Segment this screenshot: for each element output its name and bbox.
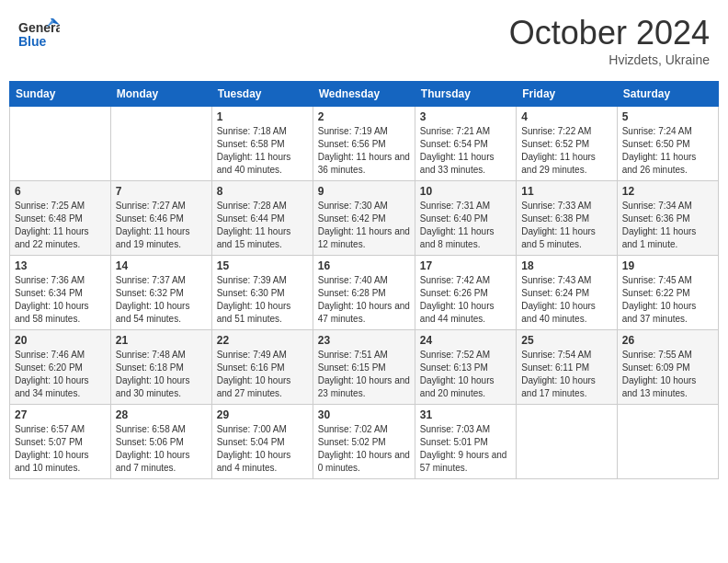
day-info: Sunrise: 6:58 AM Sunset: 5:06 PM Dayligh… bbox=[116, 423, 207, 475]
day-info: Sunrise: 7:19 AM Sunset: 6:56 PM Dayligh… bbox=[318, 125, 410, 177]
title-block: October 2024 Hvizdets, Ukraine bbox=[509, 14, 710, 67]
day-of-week-header: Wednesday bbox=[313, 82, 415, 107]
svg-text:Blue: Blue bbox=[18, 34, 47, 49]
day-number: 7 bbox=[116, 185, 207, 198]
day-info: Sunrise: 7:22 AM Sunset: 6:52 PM Dayligh… bbox=[521, 125, 611, 177]
day-number: 11 bbox=[521, 185, 611, 198]
day-number: 18 bbox=[521, 259, 611, 272]
calendar-day-cell: 17Sunrise: 7:42 AM Sunset: 6:26 PM Dayli… bbox=[415, 256, 516, 330]
day-number: 20 bbox=[15, 334, 106, 347]
calendar-day-cell: 4Sunrise: 7:22 AM Sunset: 6:52 PM Daylig… bbox=[517, 107, 617, 181]
day-number: 2 bbox=[318, 110, 410, 123]
day-info: Sunrise: 7:03 AM Sunset: 5:01 PM Dayligh… bbox=[420, 423, 511, 475]
day-number: 15 bbox=[217, 259, 308, 272]
day-number: 4 bbox=[521, 110, 611, 123]
calendar-week-row: 20Sunrise: 7:46 AM Sunset: 6:20 PM Dayli… bbox=[10, 330, 719, 405]
day-number: 12 bbox=[622, 185, 713, 198]
calendar-day-cell: 6Sunrise: 7:25 AM Sunset: 6:48 PM Daylig… bbox=[10, 181, 111, 256]
calendar-day-cell bbox=[617, 405, 718, 479]
calendar-day-cell: 1Sunrise: 7:18 AM Sunset: 6:58 PM Daylig… bbox=[211, 107, 313, 181]
day-info: Sunrise: 7:48 AM Sunset: 6:18 PM Dayligh… bbox=[116, 349, 207, 400]
day-number: 26 bbox=[622, 334, 713, 347]
day-number: 10 bbox=[420, 185, 511, 198]
calendar-day-cell: 5Sunrise: 7:24 AM Sunset: 6:50 PM Daylig… bbox=[617, 107, 718, 181]
day-info: Sunrise: 7:34 AM Sunset: 6:36 PM Dayligh… bbox=[622, 200, 713, 251]
logo: General Blue bbox=[18, 14, 60, 55]
day-number: 28 bbox=[116, 408, 207, 421]
day-info: Sunrise: 7:36 AM Sunset: 6:34 PM Dayligh… bbox=[15, 274, 106, 326]
location-subtitle: Hvizdets, Ukraine bbox=[509, 52, 710, 67]
day-number: 16 bbox=[318, 259, 410, 272]
month-title: October 2024 bbox=[509, 14, 710, 52]
calendar-day-cell: 21Sunrise: 7:48 AM Sunset: 6:18 PM Dayli… bbox=[110, 330, 211, 405]
calendar-day-cell: 30Sunrise: 7:02 AM Sunset: 5:02 PM Dayli… bbox=[313, 405, 415, 479]
day-number: 27 bbox=[15, 408, 106, 421]
day-info: Sunrise: 7:52 AM Sunset: 6:13 PM Dayligh… bbox=[420, 349, 511, 400]
day-number: 30 bbox=[318, 408, 410, 421]
calendar-day-cell: 28Sunrise: 6:58 AM Sunset: 5:06 PM Dayli… bbox=[110, 405, 211, 479]
day-info: Sunrise: 7:31 AM Sunset: 6:40 PM Dayligh… bbox=[420, 200, 511, 251]
calendar-day-cell bbox=[110, 107, 211, 181]
day-number: 13 bbox=[15, 259, 106, 272]
day-info: Sunrise: 7:24 AM Sunset: 6:50 PM Dayligh… bbox=[622, 125, 713, 177]
calendar-day-cell: 25Sunrise: 7:54 AM Sunset: 6:11 PM Dayli… bbox=[517, 330, 617, 405]
calendar-day-cell: 24Sunrise: 7:52 AM Sunset: 6:13 PM Dayli… bbox=[415, 330, 516, 405]
day-info: Sunrise: 7:00 AM Sunset: 5:04 PM Dayligh… bbox=[217, 423, 308, 475]
day-number: 24 bbox=[420, 334, 511, 347]
day-of-week-header: Friday bbox=[517, 82, 617, 107]
day-number: 1 bbox=[217, 110, 308, 123]
calendar-day-cell: 9Sunrise: 7:30 AM Sunset: 6:42 PM Daylig… bbox=[313, 181, 415, 256]
day-number: 25 bbox=[521, 334, 611, 347]
calendar-day-cell: 12Sunrise: 7:34 AM Sunset: 6:36 PM Dayli… bbox=[617, 181, 718, 256]
day-info: Sunrise: 7:33 AM Sunset: 6:38 PM Dayligh… bbox=[521, 200, 611, 251]
calendar-week-row: 27Sunrise: 6:57 AM Sunset: 5:07 PM Dayli… bbox=[10, 405, 719, 479]
day-info: Sunrise: 7:46 AM Sunset: 6:20 PM Dayligh… bbox=[15, 349, 106, 400]
day-info: Sunrise: 7:54 AM Sunset: 6:11 PM Dayligh… bbox=[521, 349, 611, 400]
day-info: Sunrise: 7:18 AM Sunset: 6:58 PM Dayligh… bbox=[217, 125, 308, 177]
calendar-day-cell: 10Sunrise: 7:31 AM Sunset: 6:40 PM Dayli… bbox=[415, 181, 516, 256]
day-number: 23 bbox=[318, 334, 410, 347]
day-info: Sunrise: 7:27 AM Sunset: 6:46 PM Dayligh… bbox=[116, 200, 207, 251]
day-info: Sunrise: 7:30 AM Sunset: 6:42 PM Dayligh… bbox=[318, 200, 410, 251]
calendar-day-cell: 19Sunrise: 7:45 AM Sunset: 6:22 PM Dayli… bbox=[617, 256, 718, 330]
calendar-day-cell: 27Sunrise: 6:57 AM Sunset: 5:07 PM Dayli… bbox=[10, 405, 111, 479]
calendar-week-row: 1Sunrise: 7:18 AM Sunset: 6:58 PM Daylig… bbox=[10, 107, 719, 181]
day-of-week-header: Sunday bbox=[10, 82, 111, 107]
day-number: 6 bbox=[15, 185, 106, 198]
day-info: Sunrise: 7:02 AM Sunset: 5:02 PM Dayligh… bbox=[318, 423, 410, 475]
day-number: 21 bbox=[116, 334, 207, 347]
calendar-table: SundayMondayTuesdayWednesdayThursdayFrid… bbox=[9, 81, 719, 479]
day-info: Sunrise: 7:43 AM Sunset: 6:24 PM Dayligh… bbox=[521, 274, 611, 326]
day-number: 3 bbox=[420, 110, 511, 123]
calendar-day-cell: 14Sunrise: 7:37 AM Sunset: 6:32 PM Dayli… bbox=[110, 256, 211, 330]
day-of-week-header: Thursday bbox=[415, 82, 516, 107]
calendar-day-cell bbox=[517, 405, 617, 479]
calendar-day-cell: 23Sunrise: 7:51 AM Sunset: 6:15 PM Dayli… bbox=[313, 330, 415, 405]
calendar-day-cell: 16Sunrise: 7:40 AM Sunset: 6:28 PM Dayli… bbox=[313, 256, 415, 330]
calendar-day-cell: 2Sunrise: 7:19 AM Sunset: 6:56 PM Daylig… bbox=[313, 107, 415, 181]
calendar-day-cell: 11Sunrise: 7:33 AM Sunset: 6:38 PM Dayli… bbox=[517, 181, 617, 256]
day-number: 19 bbox=[622, 259, 713, 272]
day-number: 9 bbox=[318, 185, 410, 198]
day-info: Sunrise: 7:51 AM Sunset: 6:15 PM Dayligh… bbox=[318, 349, 410, 400]
calendar-day-cell: 22Sunrise: 7:49 AM Sunset: 6:16 PM Dayli… bbox=[211, 330, 313, 405]
day-number: 8 bbox=[217, 185, 308, 198]
day-info: Sunrise: 7:42 AM Sunset: 6:26 PM Dayligh… bbox=[420, 274, 511, 326]
calendar-header-row: SundayMondayTuesdayWednesdayThursdayFrid… bbox=[10, 82, 719, 107]
day-number: 29 bbox=[217, 408, 308, 421]
calendar-day-cell: 29Sunrise: 7:00 AM Sunset: 5:04 PM Dayli… bbox=[211, 405, 313, 479]
calendar-day-cell: 8Sunrise: 7:28 AM Sunset: 6:44 PM Daylig… bbox=[211, 181, 313, 256]
day-number: 17 bbox=[420, 259, 511, 272]
day-of-week-header: Monday bbox=[110, 82, 211, 107]
day-info: Sunrise: 7:28 AM Sunset: 6:44 PM Dayligh… bbox=[217, 200, 308, 251]
day-number: 14 bbox=[116, 259, 207, 272]
calendar-day-cell: 20Sunrise: 7:46 AM Sunset: 6:20 PM Dayli… bbox=[10, 330, 111, 405]
day-info: Sunrise: 7:39 AM Sunset: 6:30 PM Dayligh… bbox=[217, 274, 308, 326]
day-info: Sunrise: 7:21 AM Sunset: 6:54 PM Dayligh… bbox=[420, 125, 511, 177]
day-of-week-header: Saturday bbox=[617, 82, 718, 107]
day-info: Sunrise: 7:45 AM Sunset: 6:22 PM Dayligh… bbox=[622, 274, 713, 326]
calendar-day-cell: 7Sunrise: 7:27 AM Sunset: 6:46 PM Daylig… bbox=[110, 181, 211, 256]
calendar-week-row: 13Sunrise: 7:36 AM Sunset: 6:34 PM Dayli… bbox=[10, 256, 719, 330]
day-info: Sunrise: 7:40 AM Sunset: 6:28 PM Dayligh… bbox=[318, 274, 410, 326]
calendar-day-cell: 3Sunrise: 7:21 AM Sunset: 6:54 PM Daylig… bbox=[415, 107, 516, 181]
